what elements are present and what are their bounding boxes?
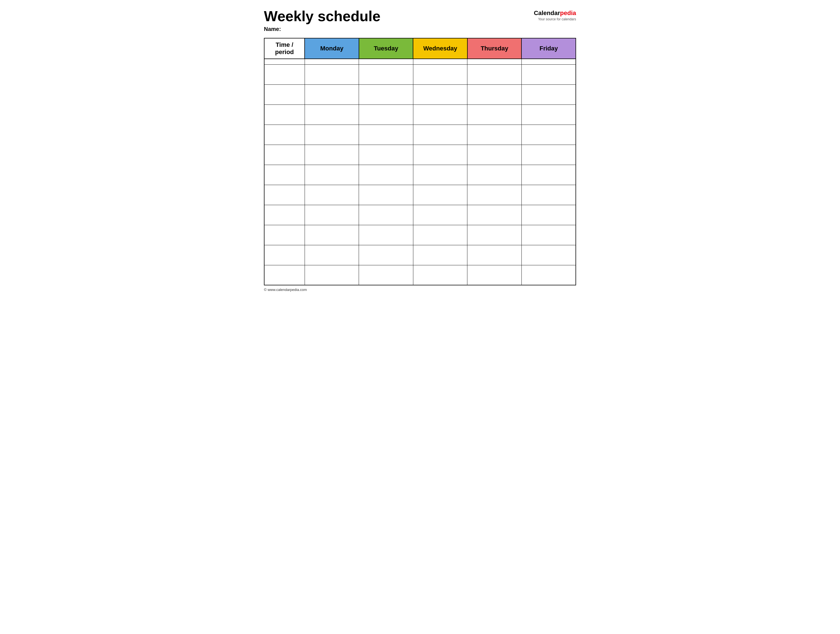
col-header-thursday: Thursday bbox=[467, 38, 522, 59]
schedule-cell[interactable] bbox=[359, 265, 413, 285]
time-cell[interactable] bbox=[264, 65, 305, 84]
time-cell[interactable] bbox=[264, 245, 305, 265]
name-label: Name: bbox=[264, 26, 381, 32]
time-cell[interactable] bbox=[264, 225, 305, 245]
schedule-cell[interactable] bbox=[521, 265, 576, 285]
schedule-cell[interactable] bbox=[359, 104, 413, 125]
time-cell[interactable] bbox=[264, 185, 305, 205]
time-cell[interactable] bbox=[264, 165, 305, 185]
schedule-cell[interactable] bbox=[359, 185, 413, 205]
schedule-cell[interactable] bbox=[467, 145, 522, 165]
schedule-cell[interactable] bbox=[467, 185, 522, 205]
schedule-cell[interactable] bbox=[413, 145, 467, 165]
schedule-cell[interactable] bbox=[467, 84, 522, 104]
schedule-cell[interactable] bbox=[359, 225, 413, 245]
time-cell[interactable] bbox=[264, 104, 305, 125]
table-row bbox=[264, 185, 576, 205]
time-cell[interactable] bbox=[264, 265, 305, 285]
schedule-cell[interactable] bbox=[413, 59, 467, 65]
schedule-cell[interactable] bbox=[305, 145, 359, 165]
col-header-wednesday: Wednesday bbox=[413, 38, 467, 59]
schedule-cell[interactable] bbox=[521, 185, 576, 205]
footer: © www.calendarpedia.com bbox=[264, 288, 576, 292]
schedule-cell[interactable] bbox=[359, 205, 413, 225]
schedule-cell[interactable] bbox=[467, 59, 522, 65]
col-header-tuesday: Tuesday bbox=[359, 38, 413, 59]
time-cell[interactable] bbox=[264, 84, 305, 104]
schedule-cell[interactable] bbox=[359, 65, 413, 84]
schedule-cell[interactable] bbox=[413, 125, 467, 145]
schedule-cell[interactable] bbox=[413, 225, 467, 245]
table-row bbox=[264, 104, 576, 125]
logo-tagline: Your source for calendars bbox=[538, 17, 576, 21]
table-row bbox=[264, 165, 576, 185]
schedule-cell[interactable] bbox=[305, 265, 359, 285]
col-header-friday: Friday bbox=[521, 38, 576, 59]
table-row bbox=[264, 225, 576, 245]
schedule-cell[interactable] bbox=[305, 125, 359, 145]
schedule-cell[interactable] bbox=[359, 84, 413, 104]
schedule-cell[interactable] bbox=[413, 185, 467, 205]
logo-pedia: pedia bbox=[560, 9, 576, 16]
schedule-cell[interactable] bbox=[413, 84, 467, 104]
schedule-cell[interactable] bbox=[467, 205, 522, 225]
schedule-cell[interactable] bbox=[467, 125, 522, 145]
schedule-cell[interactable] bbox=[305, 205, 359, 225]
schedule-cell[interactable] bbox=[305, 84, 359, 104]
time-cell[interactable] bbox=[264, 59, 305, 65]
footer-url: © www.calendarpedia.com bbox=[264, 288, 307, 292]
schedule-cell[interactable] bbox=[467, 65, 522, 84]
schedule-cell[interactable] bbox=[467, 165, 522, 185]
header-row: Time / period Monday Tuesday Wednesday T… bbox=[264, 38, 576, 59]
schedule-cell[interactable] bbox=[413, 245, 467, 265]
table-row bbox=[264, 145, 576, 165]
schedule-cell[interactable] bbox=[305, 245, 359, 265]
schedule-cell[interactable] bbox=[413, 165, 467, 185]
schedule-cell[interactable] bbox=[521, 245, 576, 265]
schedule-cell[interactable] bbox=[305, 165, 359, 185]
page-header: Weekly schedule Name: Calendarpedia Your… bbox=[264, 8, 576, 32]
schedule-cell[interactable] bbox=[521, 84, 576, 104]
logo-section: Calendarpedia Your source for calendars bbox=[534, 9, 576, 21]
time-cell[interactable] bbox=[264, 145, 305, 165]
schedule-cell[interactable] bbox=[413, 104, 467, 125]
schedule-cell[interactable] bbox=[521, 59, 576, 65]
time-cell[interactable] bbox=[264, 205, 305, 225]
table-row bbox=[264, 125, 576, 145]
schedule-cell[interactable] bbox=[305, 65, 359, 84]
schedule-cell[interactable] bbox=[305, 185, 359, 205]
col-header-monday: Monday bbox=[305, 38, 359, 59]
schedule-cell[interactable] bbox=[521, 125, 576, 145]
logo-text: Calendarpedia bbox=[534, 9, 576, 17]
schedule-table: Time / period Monday Tuesday Wednesday T… bbox=[264, 38, 576, 285]
schedule-cell[interactable] bbox=[413, 65, 467, 84]
schedule-cell[interactable] bbox=[467, 265, 522, 285]
schedule-cell[interactable] bbox=[467, 245, 522, 265]
col-header-time: Time / period bbox=[264, 38, 305, 59]
schedule-cell[interactable] bbox=[521, 65, 576, 84]
schedule-cell[interactable] bbox=[467, 104, 522, 125]
logo-calendar: Calendar bbox=[534, 9, 560, 16]
schedule-cell[interactable] bbox=[359, 145, 413, 165]
title-section: Weekly schedule Name: bbox=[264, 8, 381, 32]
schedule-cell[interactable] bbox=[305, 59, 359, 65]
schedule-cell[interactable] bbox=[359, 165, 413, 185]
time-cell[interactable] bbox=[264, 125, 305, 145]
schedule-cell[interactable] bbox=[521, 225, 576, 245]
schedule-cell[interactable] bbox=[521, 205, 576, 225]
schedule-cell[interactable] bbox=[521, 145, 576, 165]
schedule-cell[interactable] bbox=[359, 245, 413, 265]
schedule-cell[interactable] bbox=[413, 265, 467, 285]
table-row bbox=[264, 84, 576, 104]
schedule-cell[interactable] bbox=[413, 205, 467, 225]
schedule-cell[interactable] bbox=[467, 225, 522, 245]
schedule-cell[interactable] bbox=[305, 104, 359, 125]
schedule-cell[interactable] bbox=[521, 104, 576, 125]
schedule-cell[interactable] bbox=[305, 225, 359, 245]
schedule-cell[interactable] bbox=[359, 59, 413, 65]
schedule-cell[interactable] bbox=[521, 165, 576, 185]
table-row bbox=[264, 245, 576, 265]
table-row bbox=[264, 205, 576, 225]
schedule-cell[interactable] bbox=[359, 125, 413, 145]
table-row bbox=[264, 59, 576, 65]
